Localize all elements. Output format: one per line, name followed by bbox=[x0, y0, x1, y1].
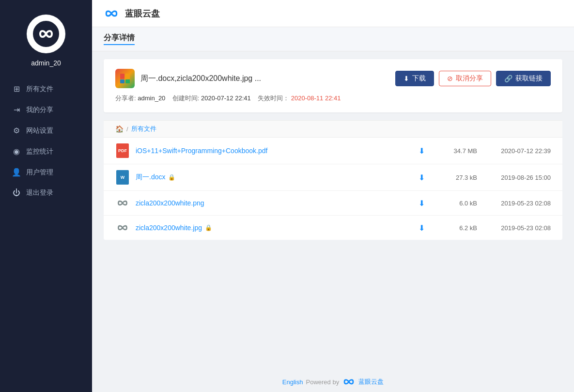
share-card-buttons: ⬇ 下载 ⊘ 取消分享 🔗 获取链接 bbox=[395, 71, 551, 86]
download-button[interactable]: ⬇ 下载 bbox=[395, 71, 434, 86]
cancel-icon: ⊘ bbox=[447, 75, 453, 82]
file-name[interactable]: iOS+11+Swift+Programming+Cookbook.pdf bbox=[136, 147, 413, 155]
table-row: PDF iOS+11+Swift+Programming+Cookbook.pd… bbox=[104, 138, 562, 164]
download-file-button[interactable]: ⬇ bbox=[419, 199, 425, 208]
share-card: 周一.docx,zicla200x200white.jpg ... ⬇ 下载 ⊘… bbox=[104, 59, 562, 112]
sidebar-item-user-manage[interactable]: 👤 用户管理 bbox=[0, 162, 92, 183]
sidebar: admin_20 ⊞ 所有文件 ⇥ 我的分享 ⚙ 网站设置 ◉ 监控统计 👤 用… bbox=[0, 0, 92, 392]
power-icon: ⏻ bbox=[12, 188, 21, 197]
meta-created-value: 2020-07-12 22:41 bbox=[201, 94, 251, 102]
meta-sharer-value: admin_20 bbox=[138, 94, 165, 102]
footer-language[interactable]: English bbox=[282, 378, 303, 386]
svg-rect-3 bbox=[120, 79, 124, 83]
sidebar-item-all-files[interactable]: ⊞ 所有文件 bbox=[0, 78, 92, 99]
grid-icon: ⊞ bbox=[12, 84, 21, 94]
file-size: 6.2 kB bbox=[438, 224, 477, 232]
footer-brand[interactable]: 蓝眼云盘 bbox=[358, 377, 384, 386]
sidebar-item-label: 我的分享 bbox=[26, 106, 53, 114]
file-size: 6.0 kB bbox=[438, 200, 477, 207]
header: 蓝眼云盘 bbox=[92, 0, 574, 27]
chain-icon bbox=[116, 197, 129, 209]
cancel-share-button[interactable]: ⊘ 取消分享 bbox=[439, 71, 491, 86]
meta-sharer-label: 分享者: bbox=[115, 94, 136, 102]
pdf-icon: PDF bbox=[116, 143, 129, 158]
header-logo bbox=[104, 8, 119, 19]
sidebar-item-label: 退出登录 bbox=[26, 188, 53, 197]
file-date: 2019-08-26 15:00 bbox=[483, 174, 551, 181]
download-icon: ⬇ bbox=[403, 75, 409, 82]
link-icon: 🔗 bbox=[504, 75, 512, 82]
file-icon: W bbox=[115, 170, 130, 185]
table-row: W 周一.docx 🔒 ⬇ 27.3 kB 2019-08-26 15:00 bbox=[104, 164, 562, 191]
sidebar-item-my-share[interactable]: ⇥ 我的分享 bbox=[0, 99, 92, 120]
sidebar-item-label: 所有文件 bbox=[26, 85, 53, 94]
file-name[interactable]: zicla200x200white.jpg 🔒 bbox=[136, 224, 413, 232]
file-list: PDF iOS+11+Swift+Programming+Cookbook.pd… bbox=[104, 138, 562, 240]
share-icon: ⇥ bbox=[12, 105, 21, 114]
content-area: 分享详情 周一.docx,zicla200x200white.jpg ... bbox=[92, 27, 574, 372]
file-size: 34.7 MB bbox=[438, 147, 477, 155]
word-icon: W bbox=[116, 170, 129, 185]
footer-powered-by: Powered by bbox=[306, 378, 339, 386]
meta-created-label: 创建时间: bbox=[172, 94, 200, 102]
meta-expiry-label: 失效时间： bbox=[258, 94, 289, 102]
get-link-button[interactable]: 🔗 获取链接 bbox=[496, 71, 551, 86]
table-row: zicla200x200white.png ⬇ 6.0 kB 2019-05-2… bbox=[104, 191, 562, 216]
meta-expiry-value: 2020-08-11 22:41 bbox=[291, 94, 341, 102]
lock-icon: 🔒 bbox=[168, 174, 175, 181]
sidebar-item-label: 网站设置 bbox=[26, 126, 53, 135]
file-icon bbox=[115, 197, 130, 209]
chain-icon bbox=[116, 221, 129, 234]
file-date: 2019-05-23 02:08 bbox=[483, 200, 551, 207]
svg-rect-2 bbox=[125, 74, 130, 79]
sidebar-item-site-settings[interactable]: ⚙ 网站设置 bbox=[0, 120, 92, 141]
file-date: 2019-05-23 02:08 bbox=[483, 224, 551, 232]
breadcrumb-current[interactable]: 所有文件 bbox=[131, 125, 156, 133]
table-row: zicla200x200white.jpg 🔒 ⬇ 6.2 kB 2019-05… bbox=[104, 216, 562, 240]
file-name[interactable]: zicla200x200white.png bbox=[136, 199, 413, 207]
share-card-header: 周一.docx,zicla200x200white.jpg ... ⬇ 下载 ⊘… bbox=[115, 69, 551, 88]
download-file-button[interactable]: ⬇ bbox=[419, 146, 425, 156]
section-header: 分享详情 bbox=[92, 27, 574, 51]
file-name[interactable]: 周一.docx 🔒 bbox=[136, 173, 413, 182]
file-date: 2020-07-12 22:39 bbox=[483, 147, 551, 155]
footer: English Powered by 蓝眼云盘 bbox=[92, 372, 574, 392]
file-icon: PDF bbox=[115, 143, 130, 158]
svg-rect-4 bbox=[125, 79, 130, 83]
lock-icon: 🔒 bbox=[205, 224, 212, 231]
sidebar-item-monitor[interactable]: ◉ 监控统计 bbox=[0, 141, 92, 162]
share-meta: 分享者: admin_20 创建时间: 2020-07-12 22:41 失效时… bbox=[115, 94, 551, 103]
main-area: 蓝眼云盘 分享详情 周一.docx,zicla bbox=[92, 0, 574, 392]
sidebar-item-label: 监控统计 bbox=[26, 147, 53, 156]
breadcrumb: 🏠 / 所有文件 bbox=[104, 120, 562, 138]
section-title: 分享详情 bbox=[104, 33, 135, 45]
breadcrumb-sep: / bbox=[126, 125, 128, 133]
footer-logo-icon bbox=[342, 377, 356, 386]
sidebar-nav: ⊞ 所有文件 ⇥ 我的分享 ⚙ 网站设置 ◉ 监控统计 👤 用户管理 ⏻ 退出登… bbox=[0, 78, 92, 203]
gear-icon: ⚙ bbox=[12, 126, 21, 135]
header-title: 蓝眼云盘 bbox=[125, 8, 160, 19]
share-filename: 周一.docx,zicla200x200white.jpg ... bbox=[140, 74, 261, 84]
share-title-area: 周一.docx,zicla200x200white.jpg ... bbox=[115, 69, 261, 88]
sidebar-username: admin_20 bbox=[31, 59, 61, 67]
monitor-icon: ◉ bbox=[12, 147, 21, 156]
download-file-button[interactable]: ⬇ bbox=[419, 223, 425, 233]
user-icon: 👤 bbox=[12, 168, 21, 177]
sidebar-item-logout[interactable]: ⏻ 退出登录 bbox=[0, 183, 92, 203]
avatar bbox=[27, 15, 65, 53]
share-file-icon bbox=[115, 69, 135, 88]
file-icon bbox=[115, 221, 130, 234]
download-file-button[interactable]: ⬇ bbox=[419, 173, 425, 182]
sidebar-item-label: 用户管理 bbox=[26, 168, 53, 177]
home-icon: 🏠 bbox=[115, 125, 124, 133]
svg-rect-1 bbox=[120, 74, 124, 79]
file-size: 27.3 kB bbox=[438, 174, 477, 181]
